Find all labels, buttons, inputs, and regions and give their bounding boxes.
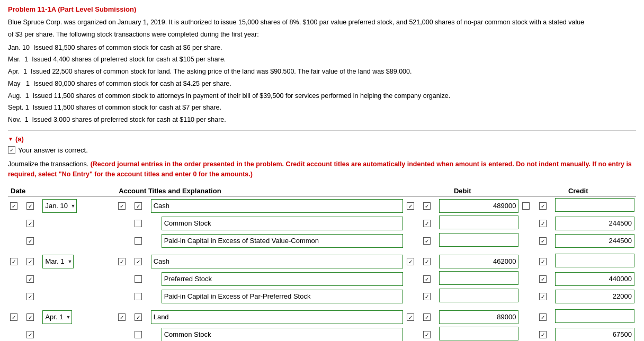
- credit-box-e2r2: 440000: [555, 272, 634, 286]
- check-icon-8: [539, 202, 547, 210]
- credit-cell-e1r3[interactable]: 244500: [553, 232, 636, 249]
- entry3-row2: 67500: [8, 326, 636, 341]
- check-icon-10: [135, 220, 142, 227]
- check-icon-20: [135, 258, 142, 265]
- credit-cell-e2r2[interactable]: 440000: [553, 270, 636, 288]
- check4-e1r1: [132, 197, 149, 215]
- credit-cell-e1r1[interactable]: [553, 197, 636, 215]
- account-cell-e1r3[interactable]: [149, 232, 405, 249]
- check-icon-42: [539, 331, 547, 338]
- credit-box-e2r3: 22000: [555, 290, 634, 303]
- check-icon-33: [26, 313, 34, 321]
- date-cell-e3[interactable]: Apr. 1 ▼: [41, 308, 116, 326]
- instruction-main: Journalize the transactions.: [8, 160, 88, 168]
- check-icon-6: [423, 202, 431, 210]
- instruction-detail: (Record journal entries in the order pre…: [8, 160, 632, 178]
- debit-box-e1r2: [439, 216, 518, 229]
- check1-e1r1: [8, 197, 24, 215]
- section-a-label: (a): [15, 135, 24, 143]
- account-input-e2r2[interactable]: [162, 272, 403, 286]
- account-cell-e2r1[interactable]: [149, 253, 405, 270]
- check-icon-22: [423, 258, 431, 265]
- credit-box-e3r1: [555, 309, 634, 323]
- debit-box-e1r1: 489000: [439, 199, 518, 213]
- date-cell-e2[interactable]: Mar. 1 ▼: [41, 253, 116, 270]
- correct-banner: ✓ Your answer is correct.: [8, 146, 636, 154]
- check-icon-5: [407, 202, 414, 210]
- check-icon-18: [26, 258, 34, 265]
- col-date-header: Date: [8, 185, 116, 197]
- debit-cell-e3r1[interactable]: 89000: [437, 308, 520, 326]
- problem-text: Blue Spruce Corp. was organized on Janua…: [8, 17, 636, 125]
- debit-cell-e2r1[interactable]: 462000: [437, 253, 520, 270]
- col-credit-header: Credit: [520, 185, 636, 197]
- check-icon-19: [118, 258, 126, 265]
- check-icon-27: [539, 275, 547, 283]
- account-cell-e2r3[interactable]: [149, 288, 405, 305]
- date-select-e3[interactable]: Apr. 1: [42, 310, 72, 324]
- account-input-e1r3[interactable]: [162, 234, 403, 248]
- account-input-e3r2[interactable]: [162, 328, 403, 341]
- debit-box-e2r1: 462000: [439, 255, 518, 268]
- debit-box-e2r3: [439, 289, 518, 302]
- debit-cell-e2r3[interactable]: [437, 288, 520, 305]
- debit-cell-e1r3[interactable]: [437, 232, 520, 249]
- check-icon-30: [423, 293, 431, 300]
- check-icon-16: [539, 237, 547, 245]
- check-icon-34: [118, 313, 126, 321]
- check-icon-3: [118, 202, 126, 210]
- account-cell-e3r1[interactable]: [149, 308, 405, 326]
- check-icon-17: [10, 258, 17, 265]
- credit-box-e1r2: 244500: [555, 217, 634, 230]
- account-cell-e2r2[interactable]: [149, 270, 405, 288]
- debit-box-e3r1: 89000: [439, 310, 518, 324]
- debit-box-e1r3: [439, 233, 518, 247]
- credit-box-e1r3: 244500: [555, 234, 634, 248]
- check-icon-13: [26, 237, 34, 245]
- credit-cell-e2r3[interactable]: 22000: [553, 288, 636, 305]
- debit-box-e2r2: [439, 271, 518, 285]
- entry2-row3: 22000: [8, 288, 636, 305]
- debit-cell-e2r2[interactable]: [437, 270, 520, 288]
- check-icon-37: [423, 313, 431, 321]
- check3-e1r1: [116, 197, 132, 215]
- date-select-e2[interactable]: Mar. 1: [42, 255, 74, 268]
- account-cell-e3r2[interactable]: [149, 326, 405, 341]
- check-icon-4: [135, 202, 142, 210]
- credit-box-e1r1: [555, 198, 634, 212]
- credit-box-e2r1: [555, 254, 634, 267]
- account-cell-e1r1[interactable]: [149, 197, 405, 215]
- date-cell-e1[interactable]: Jan. 10 ▼: [41, 197, 116, 215]
- credit-cell-e3r2[interactable]: 67500: [553, 326, 636, 341]
- entry1-row2: 244500: [8, 214, 636, 232]
- check-icon-9: [26, 220, 34, 227]
- check-icon-29: [135, 293, 142, 300]
- check-icon-25: [135, 275, 142, 283]
- check-icon-41: [423, 331, 431, 338]
- credit-cell-e1r2[interactable]: 244500: [553, 214, 636, 232]
- check-icon-28: [26, 293, 34, 300]
- debit-cell-e1r1[interactable]: 489000: [437, 197, 520, 215]
- account-input-e3r1[interactable]: [151, 310, 403, 324]
- credit-cell-e2r1[interactable]: [553, 253, 636, 270]
- debit-cell-e3r2[interactable]: [437, 326, 520, 341]
- check-icon-12: [539, 220, 547, 227]
- credit-box-e3r2: 67500: [555, 328, 634, 341]
- debit-cell-e1r2[interactable]: [437, 214, 520, 232]
- check-icon-35: [135, 313, 142, 321]
- entry2-row2: 440000: [8, 270, 636, 288]
- account-input-e2r3[interactable]: [162, 290, 403, 303]
- entry1-row3: 244500: [8, 232, 636, 249]
- account-cell-e1r2[interactable]: [149, 214, 405, 232]
- check2-e1r1: [24, 197, 41, 215]
- date-select-e1[interactable]: Jan. 10: [42, 199, 77, 213]
- account-input-e1r1[interactable]: [151, 199, 403, 213]
- check-icon-26: [423, 275, 431, 283]
- account-input-e2r1[interactable]: [151, 255, 403, 268]
- triangle-icon: ▼: [8, 136, 13, 142]
- account-input-e1r2[interactable]: [162, 217, 403, 230]
- credit-cell-e3r1[interactable]: [553, 308, 636, 326]
- col-account-header: Account Titles and Explanation: [116, 185, 405, 197]
- check-icon-31: [539, 293, 547, 300]
- check-icon-11: [423, 220, 431, 227]
